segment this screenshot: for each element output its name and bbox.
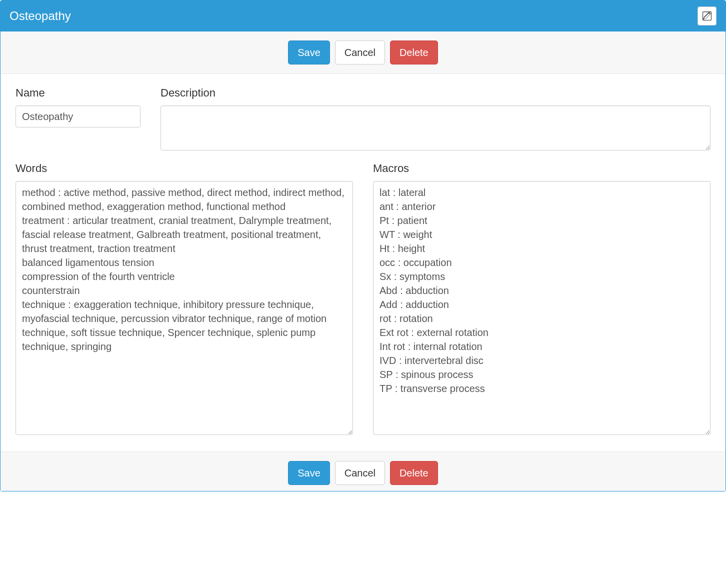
save-button[interactable]: Save <box>288 40 330 64</box>
words-group: Words <box>16 162 353 436</box>
macros-group: Macros <box>373 162 710 436</box>
edit-icon <box>702 12 712 20</box>
panel-header: Osteopathy <box>0 0 726 32</box>
cancel-button[interactable]: Cancel <box>335 40 385 64</box>
name-input[interactable] <box>16 106 140 128</box>
edit-button[interactable] <box>698 6 716 26</box>
save-button-bottom[interactable]: Save <box>288 461 330 485</box>
toolbar-top: Save Cancel Delete <box>0 32 726 74</box>
macros-input[interactable] <box>373 181 710 435</box>
form-body: Name Description Words Macros <box>0 74 726 452</box>
description-input[interactable] <box>160 106 710 150</box>
toolbar-bottom: Save Cancel Delete <box>0 452 726 491</box>
row-words-macros: Words Macros <box>16 162 710 436</box>
row-name-description: Name Description <box>16 86 710 152</box>
delete-button[interactable]: Delete <box>390 40 438 64</box>
name-label: Name <box>16 86 140 100</box>
name-group: Name <box>16 86 140 152</box>
panel: Osteopathy Save Cancel Delete Name Descr… <box>0 0 726 492</box>
cancel-button-bottom[interactable]: Cancel <box>335 461 385 485</box>
words-label: Words <box>16 162 353 175</box>
description-group: Description <box>160 86 710 152</box>
delete-button-bottom[interactable]: Delete <box>390 461 438 485</box>
words-input[interactable] <box>16 181 353 435</box>
description-label: Description <box>160 86 710 100</box>
macros-label: Macros <box>373 162 710 175</box>
page-title: Osteopathy <box>10 9 71 23</box>
